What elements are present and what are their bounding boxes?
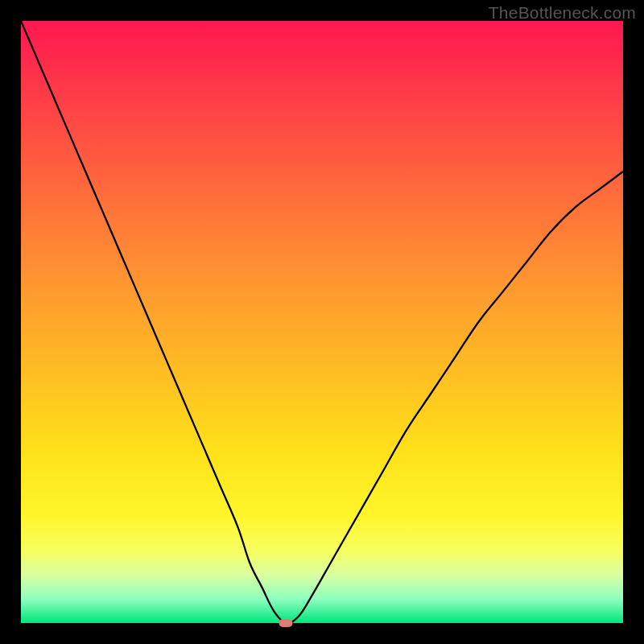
plot-area <box>21 21 623 623</box>
min-marker <box>279 619 293 627</box>
bottleneck-curve <box>21 21 623 623</box>
watermark-label: TheBottleneck.com <box>489 3 636 23</box>
chart-frame: TheBottleneck.com <box>0 0 644 644</box>
curve-layer <box>21 21 623 623</box>
